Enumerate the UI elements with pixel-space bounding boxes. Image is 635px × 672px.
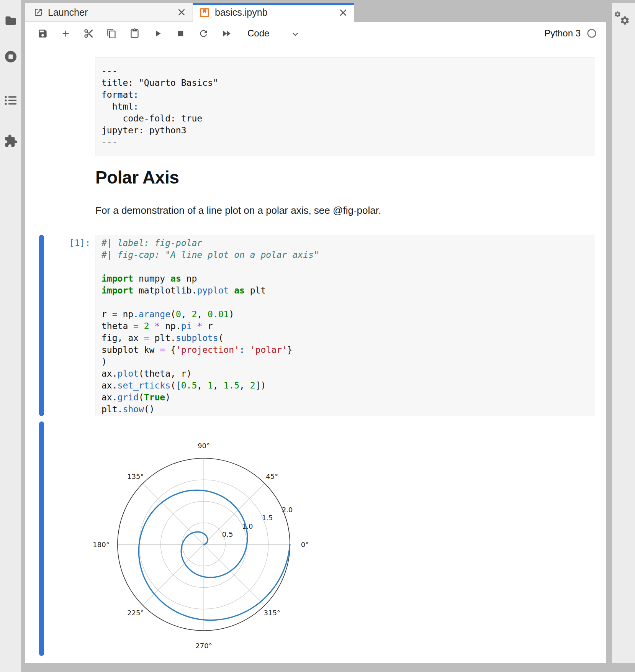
settings-gears-icon[interactable] — [614, 10, 631, 29]
kernel-status-icon — [587, 28, 597, 38]
yaml-source: --- title: "Quarto Basics" format: html:… — [101, 65, 588, 148]
polar-r-label: 0.5 — [222, 530, 233, 538]
main-panel: Launcher basics.ipynb — [25, 3, 606, 663]
code-line: ax.plot(theta, r) — [101, 368, 588, 380]
cell-collapser-input[interactable] — [39, 235, 44, 416]
code-line: ax.set_rticks([0.5, 1, 1.5, 2]) — [101, 380, 588, 392]
tab-launcher[interactable]: Launcher — [25, 3, 193, 22]
launcher-icon — [34, 8, 43, 17]
code-cell-editor[interactable]: #| label: fig-polar#| fig-cap: "A line p… — [95, 235, 594, 416]
right-panel-strip — [612, 3, 635, 663]
kernel-name: Python 3 — [544, 28, 581, 39]
code-line: import numpy as np — [101, 273, 588, 285]
execution-prompt: [1]: — [25, 237, 90, 249]
markdown-paragraph: For a demonstration of a line plot on a … — [95, 205, 381, 216]
polar-theta-label: 270° — [195, 642, 212, 650]
tab-label: Launcher — [48, 7, 88, 18]
sidebar-item-running-sessions[interactable] — [4, 50, 18, 64]
polar-r-label: 1.0 — [242, 522, 253, 530]
copy-icon[interactable] — [106, 28, 117, 39]
code-line — [101, 297, 588, 308]
code-line: #| fig-cap: "A line plot on a polar axis… — [101, 249, 588, 261]
section-heading: Polar Axis — [95, 167, 179, 188]
code-line: subplot_kw = {'projection': 'polar'} — [101, 344, 588, 356]
jupyterlab-window: Launcher basics.ipynb — [0, 0, 635, 672]
code-line: #| label: fig-polar — [101, 237, 588, 249]
kernel-indicator[interactable]: Python 3 — [544, 28, 597, 39]
code-line: fig, ax = plt.subplots( — [101, 332, 588, 344]
polar-r-label: 2.0 — [282, 506, 293, 514]
tab-label: basics.ipynb — [215, 7, 268, 18]
insert-cell-button[interactable] — [61, 28, 71, 39]
notebook-toolbar: Code Python 3 — [25, 22, 606, 45]
cell-collapser-output[interactable] — [39, 421, 44, 656]
paste-icon[interactable] — [129, 28, 140, 39]
restart-kernel-button[interactable] — [198, 28, 209, 39]
folder-icon — [4, 14, 18, 28]
polar-theta-label: 180° — [93, 541, 109, 549]
notebook-content: --- title: "Quarto Basics" format: html:… — [25, 45, 606, 663]
interrupt-kernel-button[interactable] — [175, 28, 186, 39]
sidebar-item-table-of-contents[interactable] — [4, 93, 18, 107]
sidebar-item-extension-manager[interactable] — [4, 134, 18, 148]
code-line: ) — [101, 356, 588, 368]
code-lines: #| label: fig-polar#| fig-cap: "A line p… — [101, 237, 588, 415]
tab-bar: Launcher basics.ipynb — [25, 3, 606, 22]
stop-circle-icon — [4, 50, 18, 64]
polar-theta-label: 315° — [264, 609, 280, 617]
code-line: theta = 2 * np.pi * r — [101, 320, 588, 332]
code-line: plt.show() — [101, 403, 588, 415]
cut-icon[interactable] — [83, 28, 94, 39]
activity-bar — [0, 0, 21, 672]
polar-r-label: 1.5 — [262, 514, 273, 522]
polar-theta-label: 135° — [127, 472, 144, 480]
tab-notebook[interactable]: basics.ipynb — [193, 3, 354, 22]
polar-theta-label: 225° — [127, 609, 144, 617]
code-line: ax.grid(True) — [101, 392, 588, 403]
polar-plot-figure: 0°45°90°135°180°225°270°315°0.51.01.52.0 — [79, 433, 332, 661]
code-line: r = np.arange(0, 2, 0.01) — [101, 308, 588, 320]
puzzle-icon — [4, 134, 18, 148]
code-line: import matplotlib.pyplot as plt — [101, 285, 588, 297]
polar-theta-label: 0° — [301, 541, 309, 549]
yaml-cell[interactable]: --- title: "Quarto Basics" format: html:… — [95, 57, 594, 156]
sidebar-item-file-browser[interactable] — [4, 14, 18, 28]
close-icon[interactable] — [177, 7, 187, 17]
code-line — [101, 261, 588, 273]
run-button[interactable] — [152, 28, 163, 39]
cell-type-value: Code — [247, 28, 269, 39]
chevron-down-icon — [291, 30, 299, 37]
list-icon — [4, 93, 18, 107]
polar-theta-label: 45° — [266, 472, 278, 480]
notebook-icon — [199, 7, 210, 18]
close-icon[interactable] — [338, 8, 348, 18]
restart-run-all-button[interactable] — [221, 28, 232, 39]
save-button[interactable] — [38, 28, 48, 39]
cell-type-select[interactable]: Code — [247, 28, 299, 39]
polar-theta-label: 90° — [198, 442, 210, 450]
